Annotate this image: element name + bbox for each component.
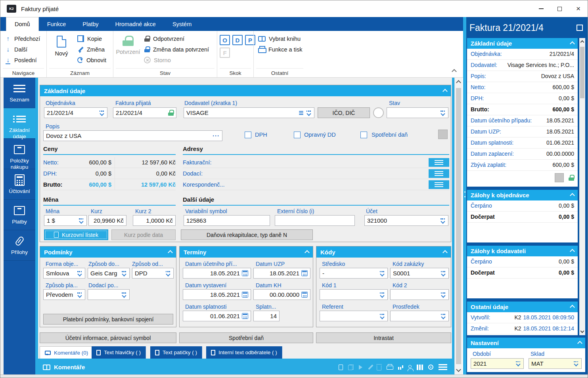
maximize-button[interactable] — [550, 0, 569, 17]
select-book-button[interactable]: Vybrat knihu — [256, 33, 304, 44]
jump-f-button[interactable]: F — [220, 48, 230, 58]
address-menu-button[interactable] — [429, 158, 449, 167]
collapse-panel-icon[interactable] — [570, 249, 575, 254]
ucet-input[interactable]: 321000 — [364, 215, 448, 226]
confirm-button[interactable]: Potvrzení — [116, 33, 140, 55]
obdobi-input[interactable]: 2021 — [471, 358, 524, 369]
functions-print-button[interactable]: Funkce a tisk — [256, 44, 304, 55]
jump-o-button[interactable]: O — [220, 35, 230, 45]
dropdown-icon[interactable] — [440, 292, 446, 297]
scrollbar-thumb[interactable] — [580, 47, 584, 98]
menu-icon[interactable] — [439, 367, 447, 368]
unconfirm-button[interactable]: Odpotvrzení — [142, 33, 211, 44]
tab-text-hlavicky[interactable]: Text hlavičky ( ) — [92, 346, 146, 359]
faktura-input[interactable]: 21/2021/4 — [113, 107, 176, 118]
collapse-panel-icon[interactable] — [570, 305, 575, 310]
tab-domu[interactable]: Domů — [6, 17, 39, 31]
delete-icon[interactable] — [377, 365, 381, 370]
rail-item-platby[interactable]: Platby — [4, 200, 35, 230]
forma-objednani-input[interactable]: Smlouva — [43, 268, 85, 279]
splitter-handle[interactable] — [463, 17, 466, 374]
spotrebni-dan-checkbox[interactable] — [360, 132, 367, 138]
popis-input[interactable]: Dovoz z USA··· — [43, 130, 222, 141]
collapse-panel-icon[interactable] — [442, 89, 448, 94]
datum-splatnosti-input[interactable]: 01.06.2021 — [183, 311, 251, 321]
kurz-podle-data-button[interactable]: Kurz podle data — [111, 229, 176, 240]
dropdown-icon[interactable] — [121, 271, 127, 276]
kod-zakazky-input[interactable]: S0001 — [390, 268, 449, 279]
calendar-icon[interactable] — [301, 270, 308, 276]
collapse-panel-icon[interactable] — [305, 250, 310, 255]
tab-hromadne-akce[interactable]: Hromadné akce — [107, 17, 164, 31]
tab-funkce[interactable]: Funkce — [39, 17, 75, 31]
collapse-panel-icon[interactable] — [570, 193, 575, 199]
rail-item-seznam[interactable]: Seznam — [4, 78, 35, 108]
zpusob-platby-input[interactable]: Převodem — [43, 289, 85, 300]
more-button[interactable]: ··· — [213, 132, 220, 139]
change-confirm-date-button[interactable]: Změna data potvrzení — [142, 44, 211, 55]
collapse-panel-icon[interactable] — [577, 341, 582, 346]
scroll-down-icon[interactable] — [456, 367, 461, 372]
calendar-icon[interactable] — [242, 270, 248, 276]
collapse-panel-icon[interactable] — [442, 250, 448, 255]
users-icon[interactable] — [408, 365, 412, 368]
print-icon[interactable] — [387, 364, 393, 370]
ucetni-informace-button[interactable]: Účetní informace, párovací symbol — [40, 332, 176, 343]
datum-ucetniho-input[interactable]: 18.05.2021 — [183, 268, 251, 279]
stav-input[interactable] — [387, 107, 448, 118]
scroll-up-icon[interactable] — [456, 80, 461, 85]
scroll-down-icon[interactable] — [580, 329, 584, 333]
copy-icon[interactable] — [348, 365, 354, 370]
calendar-icon[interactable] — [242, 313, 248, 319]
prostredek-input[interactable] — [390, 311, 449, 321]
calendar-icon[interactable] — [242, 292, 248, 298]
lookup-icon[interactable] — [299, 111, 304, 115]
dph-checkbox[interactable] — [245, 132, 251, 138]
opravny-dd-checkbox[interactable] — [294, 132, 301, 138]
calendar-icon[interactable] — [301, 292, 308, 298]
dodavatel-input[interactable]: VISAGE — [184, 107, 314, 118]
refresh-button[interactable]: Obnovit — [75, 55, 108, 65]
zpusob-dopravy-input[interactable]: Geis Carg — [88, 268, 130, 279]
new-icon[interactable] — [339, 365, 343, 370]
stredisko-input[interactable]: - — [320, 268, 388, 279]
dropdown-icon[interactable] — [99, 110, 105, 115]
datum-uzp-input[interactable]: 18.05.2021 — [253, 268, 310, 279]
kurzovni-listek-button[interactable]: Kurzovní lístek — [44, 229, 108, 240]
dropdown-icon[interactable] — [165, 271, 171, 276]
ico-dic-button[interactable]: IČO, DIČ — [318, 107, 370, 118]
objednavka-input[interactable]: 21/2021/4 — [44, 107, 107, 118]
dropdown-icon[interactable] — [121, 292, 127, 297]
address-menu-button[interactable] — [429, 180, 449, 189]
dropdown-icon[interactable] — [379, 313, 385, 319]
scroll-up-icon[interactable] — [580, 40, 584, 44]
externi-cislo-input[interactable] — [275, 215, 355, 226]
vertical-scrollbar[interactable] — [454, 78, 462, 374]
rail-item-zakladni-udaje[interactable]: Základní údaje — [4, 108, 35, 139]
close-button[interactable]: × — [569, 0, 588, 17]
last-button[interactable]: ↓Poslední — [3, 55, 42, 65]
splatnost-input[interactable]: 14 — [253, 311, 280, 321]
play-icon[interactable] — [359, 365, 365, 370]
platebni-podminky-button[interactable]: Platební podmínky, bankovní spojení — [43, 314, 173, 325]
dropdown-icon[interactable] — [515, 361, 521, 366]
collapse-panel-icon[interactable] — [570, 42, 575, 47]
sklad-input[interactable]: MAT — [529, 358, 582, 369]
open-in-window-icon[interactable] — [577, 25, 583, 31]
settings-icon[interactable] — [428, 365, 433, 370]
edit-icon[interactable] — [368, 365, 373, 370]
dropdown-icon[interactable] — [77, 292, 82, 297]
dropdown-icon[interactable] — [379, 292, 385, 297]
tab-text-paticky[interactable]: Text patičky ( ) — [150, 346, 202, 359]
tab-system[interactable]: Systém — [164, 17, 200, 31]
dropdown-icon[interactable] — [77, 271, 82, 276]
dropdown-icon[interactable] — [306, 110, 312, 115]
variabilni-symbol-input[interactable]: 125863 — [184, 215, 270, 226]
zpusob-odberu-input[interactable]: DPD — [132, 268, 174, 279]
datum-kh-input[interactable]: 00.00.0000 — [253, 289, 310, 300]
dropdown-icon[interactable] — [573, 361, 579, 366]
dropdown-icon[interactable] — [78, 218, 84, 223]
change-button[interactable]: Změna — [75, 44, 108, 55]
collapse-panel-icon[interactable] — [168, 250, 173, 255]
kod2-input[interactable] — [390, 289, 449, 300]
